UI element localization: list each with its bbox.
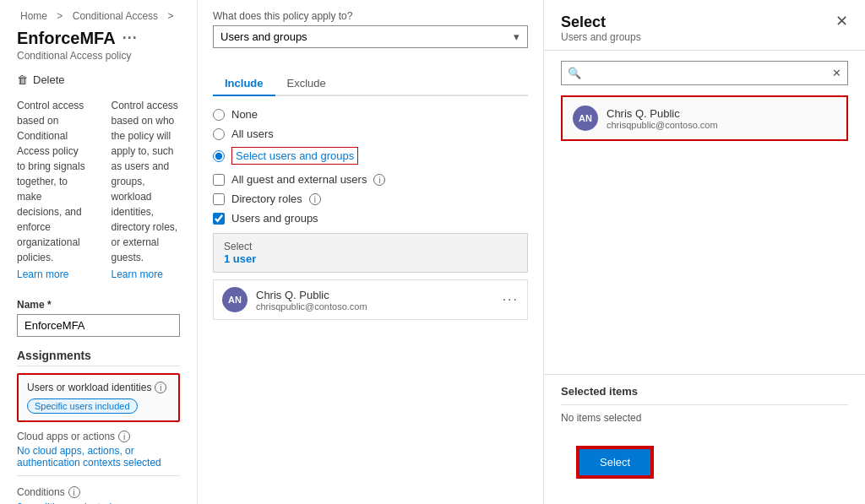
user-info: Chris Q. Public chrisqpublic@contoso.com	[256, 289, 494, 312]
radio-none[interactable]: None	[213, 108, 528, 121]
no-items-label: No items selected	[561, 412, 848, 424]
name-label: Name *	[17, 299, 180, 311]
learn-more-right[interactable]: Learn more	[112, 267, 181, 282]
policy-target-dropdown-wrapper: Users and groups	[213, 25, 528, 60]
breadcrumb-home[interactable]: Home	[20, 10, 47, 22]
cloud-apps-info-icon[interactable]: i	[118, 431, 130, 442]
result-user-email: chrisqpublic@contoso.com	[607, 120, 836, 130]
what-label: What does this policy apply to?	[213, 10, 528, 22]
checkbox-guest[interactable]: All guest and external users i	[213, 173, 528, 186]
search-box: 🔍 ✕	[561, 61, 848, 85]
cloud-apps-link[interactable]: No cloud apps, actions, or authenticatio…	[17, 445, 180, 469]
checkbox-users-groups[interactable]: Users and groups	[213, 212, 528, 225]
breadcrumb-sep1: >	[57, 10, 63, 22]
users-workload-box: Users or workload identities i Specific …	[17, 373, 180, 422]
users-info-icon[interactable]: i	[155, 382, 166, 393]
select-action-button[interactable]: Select	[578, 447, 652, 477]
user-name: Chris Q. Public	[256, 289, 494, 301]
search-input[interactable]	[561, 61, 848, 85]
select-panel-titles: Select Users and groups	[561, 14, 641, 43]
conditions-section: Conditions i 0 conditions selected	[17, 486, 180, 504]
learn-more-left[interactable]: Learn more	[17, 267, 86, 282]
breadcrumb-conditional-access[interactable]: Conditional Access	[73, 10, 158, 22]
search-result: AN Chris Q. Public chrisqpublic@contoso.…	[561, 95, 848, 141]
radio-select-users[interactable]: Select users and groups	[213, 147, 528, 165]
radio-all-users[interactable]: All users	[213, 127, 528, 140]
breadcrumb-sep2: >	[167, 10, 173, 22]
desc-right: Control access based on who the policy w…	[112, 98, 181, 284]
desc-left: Control access based on Conditional Acce…	[17, 98, 86, 284]
users-workload-label: Users or workload identities i	[27, 382, 170, 393]
left-panel: Home > Conditional Access > EnforceMFA ·…	[0, 0, 198, 504]
middle-panel: What does this policy apply to? Users an…	[198, 0, 544, 504]
result-avatar: AN	[573, 106, 598, 131]
policy-target-dropdown[interactable]: Users and groups	[213, 25, 528, 48]
page-title: EnforceMFA ···	[17, 29, 180, 48]
breadcrumb: Home > Conditional Access >	[17, 10, 180, 22]
page-subtitle: Conditional Access policy	[17, 50, 180, 62]
tab-include[interactable]: Include	[213, 72, 275, 96]
select-box-value[interactable]: 1 user	[224, 252, 517, 265]
tab-exclude[interactable]: Exclude	[275, 72, 338, 95]
select-action-area: Select	[544, 434, 865, 504]
close-button[interactable]: ✕	[835, 14, 848, 29]
selected-items-divider	[561, 404, 848, 405]
guest-info-icon[interactable]: i	[373, 174, 385, 186]
checkbox-directory[interactable]: Directory roles i	[213, 192, 528, 205]
search-icon: 🔍	[568, 67, 581, 79]
conditions-label: Conditions i	[17, 486, 180, 498]
select-panel-subtitle: Users and groups	[561, 31, 641, 43]
result-user-info: Chris Q. Public chrisqpublic@contoso.com	[607, 107, 836, 130]
specific-users-tag[interactable]: Specific users included	[27, 398, 138, 414]
select-box-label: Select	[224, 241, 517, 252]
conditions-info-icon[interactable]: i	[68, 486, 80, 498]
select-panel-title: Select	[561, 14, 641, 31]
radio-group: None All users Select users and groups	[213, 108, 528, 165]
select-panel: Select Users and groups ✕ 🔍 ✕ AN Chris Q…	[544, 0, 865, 504]
user-email: chrisqpublic@contoso.com	[256, 301, 494, 312]
result-user-name: Chris Q. Public	[607, 107, 836, 120]
more-icon[interactable]: ···	[503, 292, 519, 307]
checkbox-group: All guest and external users i Directory…	[213, 173, 528, 225]
select-panel-header: Select Users and groups ✕	[544, 0, 865, 51]
assignments-title: Assignments	[17, 349, 180, 366]
search-result-item[interactable]: AN Chris Q. Public chrisqpublic@contoso.…	[561, 95, 848, 141]
directory-info-icon[interactable]: i	[309, 193, 321, 205]
cloud-apps-label: Cloud apps or actions i	[17, 431, 180, 442]
select-box: Select 1 user	[213, 233, 528, 273]
more-options-icon[interactable]: ···	[122, 30, 138, 47]
description-area: Control access based on Conditional Acce…	[17, 98, 180, 284]
name-input[interactable]	[17, 314, 180, 337]
trash-icon: 🗑	[17, 73, 28, 86]
avatar: AN	[222, 287, 248, 312]
spacer	[544, 151, 865, 374]
clear-search-icon[interactable]: ✕	[832, 67, 841, 79]
selected-items-title: Selected items	[561, 385, 848, 398]
cloud-apps-section: Cloud apps or actions i No cloud apps, a…	[17, 431, 180, 476]
delete-button[interactable]: 🗑 Delete	[17, 73, 65, 86]
include-exclude-tabs: Include Exclude	[213, 72, 528, 96]
user-list-item: AN Chris Q. Public chrisqpublic@contoso.…	[213, 279, 528, 320]
selected-items-section: Selected items No items selected	[544, 374, 865, 434]
